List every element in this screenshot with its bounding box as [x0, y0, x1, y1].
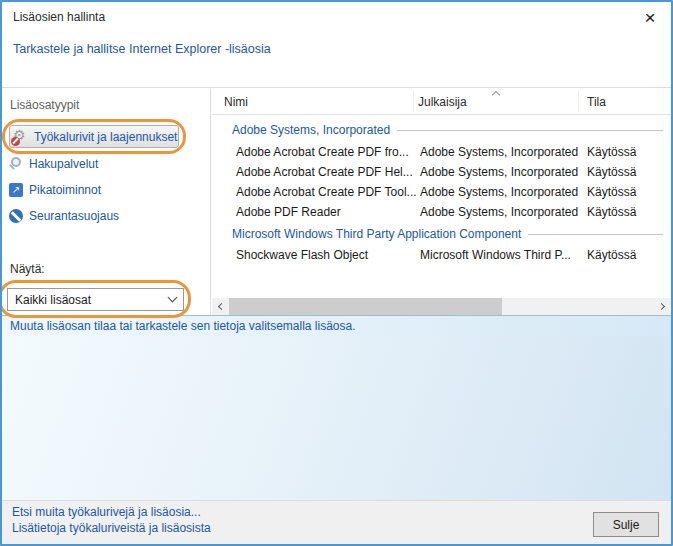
table-row[interactable]: Adobe Acrobat Create PDF Hel... Adobe Sy… [212, 162, 671, 182]
blocked-circle-icon [8, 208, 24, 224]
cell-name: Shockwave Flash Object [236, 248, 368, 262]
sidebar-item-label: Seurantasuojaus [29, 209, 119, 223]
column-divider [578, 91, 579, 112]
cell-status: Käytössä [587, 205, 636, 219]
gear-blocked-icon: ⚙ [13, 129, 29, 145]
cell-name: Adobe PDF Reader [236, 205, 341, 219]
status-bar: Muuta lisäosan tilaa tai tarkastele sen … [2, 315, 671, 336]
group-name: Adobe Systems, Incorporated [232, 123, 390, 137]
sidebar-item-tracking-protection[interactable]: Seurantasuojaus [8, 206, 119, 226]
cell-publisher: Adobe Systems, Incorporated [420, 185, 578, 199]
cell-publisher: Adobe Systems, Incorporated [420, 205, 578, 219]
list-header: Nimi Julkaisija Tila [212, 89, 671, 115]
cell-publisher: Microsoft Windows Third P... [420, 248, 571, 262]
column-header-status[interactable]: Tila [587, 95, 606, 109]
close-icon[interactable]: × [637, 5, 663, 31]
column-header-name[interactable]: Nimi [224, 95, 248, 109]
sidebar-item-toolbars-extensions[interactable]: ⚙ Työkalurivit ja laajennukset [9, 125, 179, 148]
group-divider-line [528, 234, 663, 235]
addon-list: Nimi Julkaisija Tila Adobe Systems, Inco… [212, 89, 671, 315]
horizontal-scrollbar[interactable] [212, 298, 671, 315]
column-divider [413, 91, 414, 112]
table-row[interactable]: Shockwave Flash Object Microsoft Windows… [212, 245, 671, 265]
learn-more-link[interactable]: Lisätietoja työkaluriveistä ja lisäosist… [12, 521, 211, 535]
scrollbar-thumb[interactable] [229, 298, 502, 315]
search-icon [8, 156, 24, 172]
cell-status: Käytössä [587, 185, 636, 199]
cell-publisher: Adobe Systems, Incorporated [420, 165, 578, 179]
show-dropdown-value: Kaikki lisäosat [15, 293, 91, 307]
group-header-adobe: Adobe Systems, Incorporated [232, 122, 663, 138]
cell-name: Adobe Acrobat Create PDF Tool... [236, 185, 417, 199]
show-label: Näytä: [10, 262, 45, 276]
table-row[interactable]: Adobe PDF Reader Adobe Systems, Incorpor… [212, 202, 671, 222]
scroll-left-icon[interactable] [212, 298, 229, 315]
cell-status: Käytössä [587, 165, 636, 179]
sidebar-item-label: Hakupalvelut [29, 157, 98, 171]
sort-ascending-icon [492, 91, 500, 99]
sidebar-item-label: Työkalurivit ja laajennukset [34, 130, 177, 144]
main-content: Lisäosatyypit ⚙ Työkalurivit ja laajennu… [2, 89, 671, 315]
group-divider-line [397, 130, 663, 131]
page-title: Lisäosien hallinta [13, 10, 105, 24]
show-dropdown[interactable]: Kaikki lisäosat [7, 288, 184, 311]
details-pane [2, 336, 671, 500]
find-more-addons-link[interactable]: Etsi muita työkalurivejä ja lisäosia... [12, 505, 201, 519]
group-header-microsoft: Microsoft Windows Third Party Applicatio… [232, 226, 663, 242]
sidebar-item-accelerators[interactable]: ↗ Pikatoiminnot [8, 180, 101, 200]
column-header-publisher[interactable]: Julkaisija [418, 95, 467, 109]
sidebar-item-search-providers[interactable]: Hakupalvelut [8, 154, 98, 174]
cell-name: Adobe Acrobat Create PDF Hel... [236, 165, 413, 179]
cell-publisher: Adobe Systems, Incorporated [420, 145, 578, 159]
scroll-right-icon[interactable] [654, 298, 671, 315]
manage-addons-dialog: Lisäosien hallinta × Tarkastele ja halli… [0, 0, 673, 546]
table-row[interactable]: Adobe Acrobat Create PDF Tool... Adobe S… [212, 182, 671, 202]
chevron-down-icon [168, 293, 178, 303]
table-row[interactable]: Adobe Acrobat Create PDF fro... Adobe Sy… [212, 142, 671, 162]
cell-status: Käytössä [587, 145, 636, 159]
sidebar: Lisäosatyypit ⚙ Työkalurivit ja laajennu… [2, 89, 211, 315]
cell-status: Käytössä [587, 248, 636, 262]
dialog-subtitle: Tarkastele ja hallitse Internet Explorer… [13, 42, 271, 56]
cell-name: Adobe Acrobat Create PDF fro... [236, 145, 409, 159]
accelerator-icon: ↗ [8, 182, 24, 198]
close-dialog-button[interactable]: Sulje [593, 512, 659, 537]
sidebar-item-label: Pikatoiminnot [29, 183, 101, 197]
dialog-header: Lisäosien hallinta × Tarkastele ja halli… [2, 2, 671, 88]
addon-types-heading: Lisäosatyypit [10, 98, 79, 112]
footer: Etsi muita työkalurivejä ja lisäosia... … [2, 500, 671, 544]
group-name: Microsoft Windows Third Party Applicatio… [232, 227, 521, 241]
